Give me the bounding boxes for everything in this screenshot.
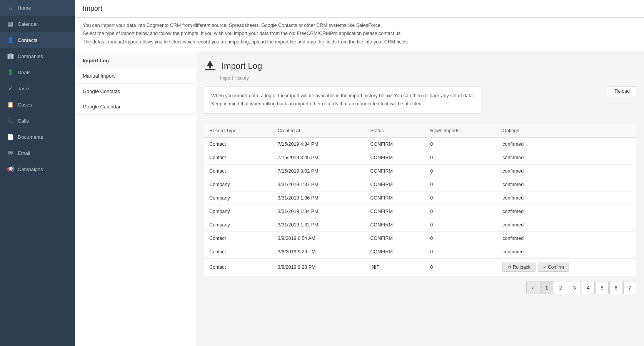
cell-status: CONFIRM xyxy=(365,205,425,218)
cell-record-type: Contact xyxy=(204,151,272,165)
sidebar-label-calendar: Calendar xyxy=(18,21,38,27)
cell-created-at: 3/31/2019 1:34 PM xyxy=(272,205,365,218)
rollback-button[interactable]: ↺ Rollback xyxy=(502,263,535,272)
sidebar-item-tasks[interactable]: ✓ Tasks xyxy=(0,80,75,96)
cell-created-at: 3/8/2019 9:28 PM xyxy=(272,259,365,276)
sub-nav: Import Log Manual Import Google Contacts… xyxy=(75,51,196,346)
svg-marker-1 xyxy=(207,60,213,66)
sidebar-item-companies[interactable]: 🏢 Companies xyxy=(0,48,75,64)
table-row: Company3/31/2019 1:36 PMCONFIRM0confirme… xyxy=(204,191,636,205)
table-row: Contact7/15/2019 3:02 PMCONFIRM0confirme… xyxy=(204,165,636,178)
import-log-icon xyxy=(204,59,216,74)
page-5-button[interactable]: 5 xyxy=(596,281,609,294)
page-prev-button[interactable]: ‹ xyxy=(526,281,539,294)
sidebar-item-calls[interactable]: 📞 Calls xyxy=(0,113,75,129)
deals-icon: 💲 xyxy=(7,69,14,76)
cell-rows: 0 xyxy=(425,151,497,165)
col-rows-imports: Rows Imports xyxy=(425,124,497,138)
cell-record-type: Contact xyxy=(204,165,272,178)
col-options: Options xyxy=(497,124,636,138)
main-content: Import You can import your data into Cog… xyxy=(75,0,644,346)
cell-rows: 0 xyxy=(425,191,497,205)
companies-icon: 🏢 xyxy=(7,53,14,60)
cell-created-at: 3/31/2019 1:37 PM xyxy=(272,178,365,191)
svg-rect-0 xyxy=(205,69,215,70)
page-3-button[interactable]: 3 xyxy=(568,281,581,294)
documents-icon: 📄 xyxy=(7,133,14,140)
sidebar-item-home[interactable]: ⌂ Home xyxy=(0,0,75,16)
email-icon: ✉ xyxy=(7,150,14,156)
page-2-button[interactable]: 2 xyxy=(554,281,567,294)
cell-record-type: Company xyxy=(204,178,272,191)
cell-record-type: Contact xyxy=(204,232,272,245)
cell-record-type: Company xyxy=(204,218,272,232)
page-4-button[interactable]: 4 xyxy=(582,281,595,294)
cell-status: CONFIRM xyxy=(365,165,425,178)
page-1-button[interactable]: 1 xyxy=(540,281,553,294)
cell-created-at: 7/15/2019 3:45 PM xyxy=(272,151,365,165)
cell-status: CONFIRM xyxy=(365,232,425,245)
sidebar: ⌂ Home ▦ Calendar 👤 Contacts 🏢 Companies… xyxy=(0,0,75,346)
cell-record-type: Company xyxy=(204,205,272,218)
campaigns-icon: 📢 xyxy=(7,166,14,173)
reload-button[interactable]: Reload xyxy=(608,86,636,96)
col-status: Status xyxy=(365,124,425,138)
col-created-at: Created At xyxy=(272,124,365,138)
sub-nav-google-contacts[interactable]: Google Contacts xyxy=(75,84,196,99)
table-row: Company3/31/2019 1:34 PMCONFIRM0confirme… xyxy=(204,205,636,218)
svg-rect-2 xyxy=(209,66,211,68)
cell-created-at: 7/15/2019 3:02 PM xyxy=(272,165,365,178)
table-row: Company3/31/2019 1:32 PMCONFIRM0confirme… xyxy=(204,218,636,232)
sidebar-item-calendar[interactable]: ▦ Calendar xyxy=(0,16,75,32)
cell-options: confirmed xyxy=(497,245,636,259)
sidebar-label-home: Home xyxy=(18,5,31,11)
sidebar-item-deals[interactable]: 💲 Deals xyxy=(0,64,75,80)
cell-status: CONFIRM xyxy=(365,178,425,191)
sidebar-item-email[interactable]: ✉ Email xyxy=(0,145,75,161)
page-6-button[interactable]: 6 xyxy=(609,281,622,294)
table-row: Contact3/8/2019 9:29 PMCONFIRM0confirmed xyxy=(204,245,636,259)
cell-created-at: 3/31/2019 1:36 PM xyxy=(272,191,365,205)
sidebar-item-contacts[interactable]: 👤 Contacts xyxy=(0,32,75,48)
cell-record-type: Contact xyxy=(204,245,272,259)
cell-rows: 0 xyxy=(425,178,497,191)
home-icon: ⌂ xyxy=(7,5,14,11)
page-title: Import xyxy=(83,5,636,13)
cell-rows: 0 xyxy=(425,245,497,259)
cell-rows: 0 xyxy=(425,218,497,232)
table-row: Contact7/15/2019 4:34 PMCONFIRM0confirme… xyxy=(204,138,636,151)
sub-nav-import-log[interactable]: Import Log xyxy=(75,53,196,68)
cell-status: CONFIRM xyxy=(365,138,425,151)
cell-status: CONFIRM xyxy=(365,191,425,205)
import-log-header: Import Log xyxy=(204,59,636,74)
content-area: Import Log Manual Import Google Contacts… xyxy=(75,51,644,346)
info-line-3: The default manual import allows you to … xyxy=(83,38,636,46)
sidebar-label-contacts: Contacts xyxy=(18,37,37,43)
sub-nav-manual-import[interactable]: Manual Import xyxy=(75,68,196,84)
cell-options: confirmed xyxy=(497,191,636,205)
cell-created-at: 3/9/2019 6:54 AM xyxy=(272,232,365,245)
tasks-icon: ✓ xyxy=(7,85,14,92)
page-header: Import xyxy=(75,0,644,18)
sidebar-item-campaigns[interactable]: 📢 Campaigns xyxy=(0,161,75,177)
cell-options: confirmed xyxy=(497,151,636,165)
pagination: ‹ 1 2 3 4 5 6 7 xyxy=(204,276,636,296)
cell-options: confirmed xyxy=(497,178,636,191)
table-row: Contact7/15/2019 3:45 PMCONFIRM0confirme… xyxy=(204,151,636,165)
sidebar-label-cases: Cases xyxy=(18,102,32,108)
cell-status: CONFIRM xyxy=(365,151,425,165)
cell-rows: 0 xyxy=(425,165,497,178)
sidebar-item-cases[interactable]: 📋 Cases xyxy=(0,96,75,113)
import-log-title: Import Log xyxy=(222,61,262,71)
sidebar-label-calls: Calls xyxy=(18,118,29,124)
cell-status: CONFIRM xyxy=(365,245,425,259)
sidebar-label-companies: Companies xyxy=(18,53,43,59)
sidebar-label-tasks: Tasks xyxy=(18,86,30,91)
confirm-button[interactable]: ✓ Confirm xyxy=(538,263,569,272)
cell-options: ↺ Rollback✓ Confirm xyxy=(497,259,636,276)
page-7-button[interactable]: 7 xyxy=(623,281,636,294)
sidebar-label-campaigns: Campaigns xyxy=(18,166,43,172)
sidebar-item-documents[interactable]: 📄 Documents xyxy=(0,129,75,145)
sub-nav-google-calendar[interactable]: Google Calendar xyxy=(75,99,196,115)
contacts-icon: 👤 xyxy=(7,37,14,43)
